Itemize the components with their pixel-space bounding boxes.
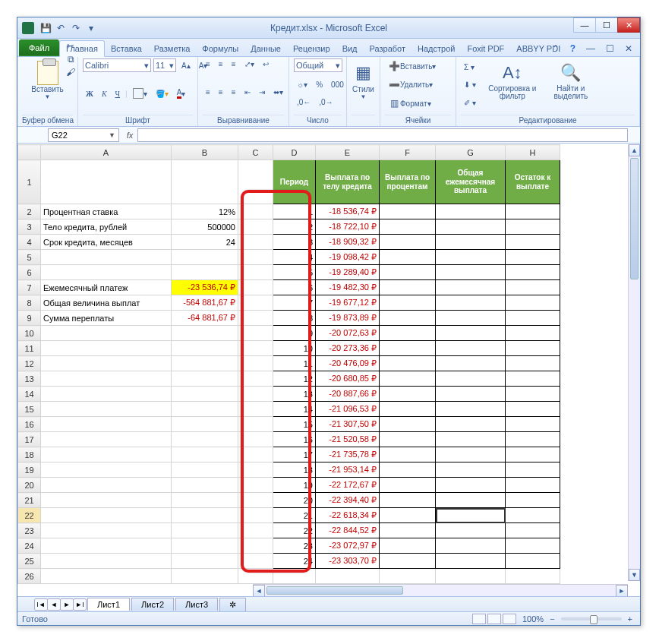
- cell-G19[interactable]: [436, 462, 506, 478]
- row-header-18[interactable]: 18: [18, 447, 41, 462]
- row-header-1[interactable]: 1: [18, 160, 41, 204]
- cell-G12[interactable]: [436, 356, 506, 371]
- cell-F16[interactable]: [380, 417, 436, 432]
- cell-D21[interactable]: 20: [273, 493, 316, 508]
- cell-A3[interactable]: Тело кредита, рублей: [41, 219, 172, 235]
- cell-D6[interactable]: 5: [273, 265, 316, 280]
- cell-G5[interactable]: [436, 250, 506, 265]
- cell-A8[interactable]: Общая величина выплат: [41, 295, 172, 311]
- cell-F18[interactable]: [380, 447, 436, 462]
- cell-G2[interactable]: [436, 204, 506, 219]
- cell-H10[interactable]: [506, 326, 560, 341]
- vscroll-thumb[interactable]: [630, 158, 639, 279]
- scroll-down-icon[interactable]: ▼: [629, 569, 640, 581]
- cell-G15[interactable]: [436, 402, 506, 417]
- sheet-nav-last-icon[interactable]: ►I: [73, 598, 87, 611]
- cell-G11[interactable]: [436, 341, 506, 356]
- row-header-19[interactable]: 19: [18, 462, 41, 478]
- cell-A10[interactable]: [41, 326, 172, 341]
- cell-A19[interactable]: [41, 462, 172, 478]
- col-header-G[interactable]: G: [436, 145, 506, 160]
- cell-G13[interactable]: [436, 371, 506, 387]
- undo-icon[interactable]: ↶: [54, 21, 68, 35]
- cell-G23[interactable]: [436, 523, 506, 538]
- cell-E7[interactable]: -19 482,30 ₽: [316, 280, 380, 295]
- cell-G18[interactable]: [436, 447, 506, 462]
- cell-B13[interactable]: [172, 371, 238, 387]
- cell-E25[interactable]: -23 303,70 ₽: [316, 554, 380, 569]
- cell-C9[interactable]: [238, 311, 273, 326]
- cell-F23[interactable]: [380, 523, 436, 538]
- sheet-tab-1[interactable]: Лист1: [87, 598, 130, 611]
- hscroll-thumb[interactable]: [266, 586, 403, 595]
- wrap-text-icon[interactable]: ↩: [260, 58, 272, 70]
- tab-view[interactable]: Вид: [336, 41, 364, 56]
- minimize-button[interactable]: —: [573, 17, 596, 33]
- row-header-3[interactable]: 3: [18, 219, 41, 235]
- cell-H20[interactable]: [506, 478, 560, 493]
- row-header-5[interactable]: 5: [18, 250, 41, 265]
- inner-window-icon[interactable]: —: [583, 42, 598, 55]
- cell-B6[interactable]: [172, 265, 238, 280]
- cell-E20[interactable]: -22 172,67 ₽: [316, 478, 380, 493]
- select-all[interactable]: [18, 145, 41, 160]
- cell-G17[interactable]: [436, 432, 506, 447]
- cell-F17[interactable]: [380, 432, 436, 447]
- qat-more-icon[interactable]: ▾: [84, 21, 98, 35]
- borders-button[interactable]: ▾: [130, 87, 150, 100]
- row-header-25[interactable]: 25: [18, 554, 41, 569]
- cell-F8[interactable]: [380, 295, 436, 311]
- fx-icon[interactable]: fx: [122, 131, 137, 140]
- comma-icon[interactable]: 000: [328, 79, 347, 90]
- increase-indent-icon[interactable]: ⇥: [256, 87, 268, 98]
- cell-D18[interactable]: 17: [273, 447, 316, 462]
- cell-D10[interactable]: 9: [273, 326, 316, 341]
- currency-icon[interactable]: ☼▾: [294, 79, 311, 90]
- format-cells-button[interactable]: ▥Формат ▾: [385, 96, 434, 111]
- cell-E4[interactable]: -18 909,32 ₽: [316, 235, 380, 250]
- cell-F9[interactable]: [380, 311, 436, 326]
- cell-B10[interactable]: [172, 326, 238, 341]
- align-top-icon[interactable]: ≡: [203, 58, 213, 70]
- cell-A7[interactable]: Ежемесячный платеж: [41, 280, 172, 295]
- format-painter-icon[interactable]: 🖌: [65, 66, 77, 78]
- cell-B25[interactable]: [172, 554, 238, 569]
- cell-B17[interactable]: [172, 432, 238, 447]
- cell-D9[interactable]: 8: [273, 311, 316, 326]
- cell-H18[interactable]: [506, 447, 560, 462]
- cell-A6[interactable]: [41, 265, 172, 280]
- cell-C13[interactable]: [238, 371, 273, 387]
- grow-font-icon[interactable]: A▴: [178, 60, 194, 71]
- font-name-combo[interactable]: Calibri▾: [83, 58, 151, 72]
- cell-C26[interactable]: [238, 569, 273, 584]
- align-bottom-icon[interactable]: ≡: [229, 58, 239, 70]
- cell-D3[interactable]: 2: [273, 219, 316, 235]
- cell-H22[interactable]: [506, 508, 560, 523]
- cell-E12[interactable]: -20 476,09 ₽: [316, 356, 380, 371]
- cell-F15[interactable]: [380, 402, 436, 417]
- cell-G10[interactable]: [436, 326, 506, 341]
- merge-button[interactable]: ⬌▾: [270, 87, 286, 98]
- cell-C10[interactable]: [238, 326, 273, 341]
- cell-A26[interactable]: [41, 569, 172, 584]
- view-pagebreak-icon[interactable]: [503, 614, 516, 624]
- new-sheet-button[interactable]: ✲: [219, 598, 246, 611]
- row-header-12[interactable]: 12: [18, 356, 41, 371]
- cell-D11[interactable]: 10: [273, 341, 316, 356]
- row-header-10[interactable]: 10: [18, 326, 41, 341]
- cell-D23[interactable]: 22: [273, 523, 316, 538]
- tab-review[interactable]: Рецензир: [287, 41, 336, 56]
- cell-D22[interactable]: 21: [273, 508, 316, 523]
- col-header-E[interactable]: E: [316, 145, 380, 160]
- inner-close-icon[interactable]: ✕: [622, 42, 635, 55]
- row-header-14[interactable]: 14: [18, 387, 41, 402]
- cell-H25[interactable]: [506, 554, 560, 569]
- file-tab[interactable]: Файл: [19, 39, 59, 56]
- cell-B9[interactable]: -64 881,67 ₽: [172, 311, 238, 326]
- zoom-in-icon[interactable]: +: [625, 613, 635, 625]
- cell-C6[interactable]: [238, 265, 273, 280]
- cell-E10[interactable]: -20 072,63 ₽: [316, 326, 380, 341]
- cell-A25[interactable]: [41, 554, 172, 569]
- cell-C17[interactable]: [238, 432, 273, 447]
- row-header-2[interactable]: 2: [18, 204, 41, 219]
